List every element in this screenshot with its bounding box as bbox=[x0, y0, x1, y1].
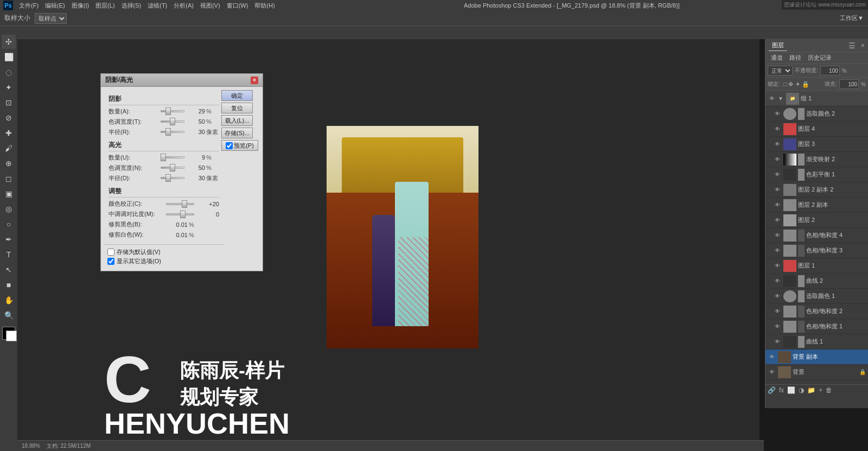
group-expand-icon[interactable]: ▼ bbox=[778, 96, 783, 101]
gradient-tool[interactable]: ▣ bbox=[2, 187, 16, 201]
pen-tool[interactable]: ✒ bbox=[2, 232, 16, 246]
menu-window[interactable]: 窗口(W) bbox=[224, 1, 251, 10]
layer-row-9[interactable]: 👁 色相/饱和度 4 bbox=[765, 228, 868, 243]
lasso-tool[interactable]: ◌ bbox=[2, 65, 16, 79]
layer-row-4[interactable]: 👁 渐变映射 2 bbox=[765, 152, 868, 167]
shadow-amount-slider[interactable] bbox=[161, 107, 184, 116]
hand-tool[interactable]: ✋ bbox=[2, 293, 16, 307]
menu-edit[interactable]: 编辑(E) bbox=[42, 1, 68, 10]
history-tab[interactable]: 历史记录 bbox=[805, 53, 835, 63]
foreground-color[interactable] bbox=[2, 327, 15, 340]
blur-tool[interactable]: ◎ bbox=[2, 202, 16, 216]
layer-row-6[interactable]: 👁 图层 2 副本 2 bbox=[765, 182, 868, 198]
blend-mode-select[interactable]: 正常 bbox=[768, 66, 793, 75]
menu-filter[interactable]: 滤镜(T) bbox=[145, 1, 170, 10]
layer-row-active[interactable]: 👁 背景 副本 bbox=[765, 350, 868, 365]
layer-mask-btn[interactable]: ⬜ bbox=[787, 386, 795, 394]
layer-group-btn[interactable]: 📁 bbox=[807, 386, 815, 394]
highlight-amount-slider[interactable] bbox=[161, 153, 184, 162]
menu-select[interactable]: 选择(S) bbox=[119, 1, 144, 10]
layer-vis-10[interactable]: 👁 bbox=[773, 246, 782, 255]
save-button[interactable]: 存储(S)... bbox=[221, 128, 253, 138]
layer-vis-2[interactable]: 👁 bbox=[773, 125, 782, 134]
eraser-tool[interactable]: ◻ bbox=[2, 171, 16, 186]
reset-button[interactable]: 复位 bbox=[221, 103, 253, 113]
menu-layer[interactable]: 图层(L) bbox=[93, 1, 117, 10]
layer-adj-btn[interactable]: ◑ bbox=[799, 386, 804, 394]
layer-group-1[interactable]: 👁 ▼ 📁 组 1 bbox=[765, 91, 868, 106]
layer-vis-11[interactable]: 👁 bbox=[773, 262, 782, 270]
layer-vis-12[interactable]: 👁 bbox=[773, 277, 782, 285]
menu-help[interactable]: 帮助(H) bbox=[252, 1, 277, 10]
sample-size-select[interactable]: 取样点 bbox=[35, 13, 67, 24]
channels-tab[interactable]: 通道 bbox=[768, 53, 786, 63]
move-tool[interactable]: ✣ bbox=[2, 35, 16, 49]
highlight-radius-slider[interactable] bbox=[161, 174, 184, 182]
layer-vis-active[interactable]: 👁 bbox=[768, 353, 776, 361]
layer-new-btn[interactable]: + bbox=[819, 386, 822, 394]
layer-fx-btn[interactable]: fx bbox=[779, 386, 784, 394]
preview-row[interactable]: 预览(P) bbox=[221, 140, 258, 151]
panel-menu-btn[interactable]: ☰ bbox=[848, 41, 856, 50]
panel-close-btn[interactable]: × bbox=[861, 42, 865, 49]
layer-vis-4[interactable]: 👁 bbox=[773, 155, 782, 164]
color-correct-slider[interactable] bbox=[166, 203, 194, 205]
layer-row-12[interactable]: 👁 曲线 2 bbox=[765, 274, 868, 289]
workspace-btn[interactable]: 工作区▼ bbox=[840, 14, 864, 22]
menu-image[interactable]: 图像(I) bbox=[69, 1, 92, 10]
zoom-tool[interactable]: 🔍 bbox=[2, 308, 16, 322]
dialog-close-button[interactable]: × bbox=[251, 77, 258, 84]
layers-tab[interactable]: 图层 bbox=[769, 40, 787, 51]
layer-vis-16[interactable]: 👁 bbox=[773, 338, 782, 346]
path-select-tool[interactable]: ↖ bbox=[2, 263, 16, 277]
layer-vis-5[interactable]: 👁 bbox=[773, 170, 782, 179]
crop-tool[interactable]: ⊡ bbox=[2, 96, 16, 110]
shape-tool[interactable]: ■ bbox=[2, 278, 16, 292]
healing-tool[interactable]: ✚ bbox=[2, 126, 16, 140]
shadow-radius-slider[interactable] bbox=[161, 128, 184, 136]
layer-vis-bg[interactable]: 👁 bbox=[768, 368, 776, 377]
text-tool[interactable]: T bbox=[2, 247, 16, 262]
clone-tool[interactable]: ⊕ bbox=[2, 156, 16, 170]
magic-wand-tool[interactable]: ✦ bbox=[2, 80, 16, 94]
layer-row-16[interactable]: 👁 曲线 1 bbox=[765, 334, 868, 350]
layer-row-11[interactable]: 👁 图层 1 bbox=[765, 258, 868, 274]
rect-select-tool[interactable]: ⬜ bbox=[2, 50, 16, 64]
paths-tab[interactable]: 路径 bbox=[786, 53, 805, 63]
show-more-checkbox[interactable] bbox=[107, 258, 114, 265]
eyedropper-tool[interactable]: ⊘ bbox=[2, 111, 16, 125]
layer-vis-1[interactable]: 👁 bbox=[773, 110, 782, 118]
dialog-title-bar[interactable]: 阴影/高光 × bbox=[101, 74, 263, 87]
layer-vis-13[interactable]: 👁 bbox=[773, 292, 782, 301]
fill-input[interactable] bbox=[839, 79, 859, 89]
layer-row-2[interactable]: 👁 图层 4 bbox=[765, 122, 868, 137]
layer-vis-group1[interactable]: 👁 bbox=[768, 94, 776, 103]
save-default-checkbox[interactable] bbox=[107, 249, 114, 256]
load-button[interactable]: 载入(L)... bbox=[221, 115, 253, 126]
layer-vis-3[interactable]: 👁 bbox=[773, 140, 782, 149]
menu-analyze[interactable]: 分析(A) bbox=[171, 1, 196, 10]
shadow-tone-slider[interactable] bbox=[161, 117, 184, 126]
menu-view[interactable]: 视图(V) bbox=[197, 1, 223, 10]
layer-vis-7[interactable]: 👁 bbox=[773, 201, 782, 209]
ok-button[interactable]: 确定 bbox=[221, 90, 253, 101]
layer-row-3[interactable]: 👁 图层 3 bbox=[765, 137, 868, 152]
layer-vis-15[interactable]: 👁 bbox=[773, 322, 782, 331]
brush-tool[interactable]: 🖌 bbox=[2, 141, 16, 155]
preview-checkbox[interactable] bbox=[226, 142, 233, 149]
layer-row-1[interactable]: 👁 选取颜色 2 bbox=[765, 106, 868, 122]
layer-row-14[interactable]: 👁 色相/饱和度 2 bbox=[765, 304, 868, 319]
layer-vis-14[interactable]: 👁 bbox=[773, 307, 782, 316]
highlight-tone-slider[interactable] bbox=[161, 163, 184, 172]
opacity-input[interactable] bbox=[820, 66, 840, 75]
layer-row-bg[interactable]: 👁 背景 🔒 bbox=[765, 365, 868, 380]
layer-row-10[interactable]: 👁 色相/饱和度 3 bbox=[765, 243, 868, 258]
layer-row-5[interactable]: 👁 色彩平衡 1 bbox=[765, 167, 868, 182]
layer-vis-6[interactable]: 👁 bbox=[773, 186, 782, 194]
menu-file[interactable]: 文件(F) bbox=[16, 1, 41, 10]
layer-link-btn[interactable]: 🔗 bbox=[768, 386, 776, 394]
layer-row-8[interactable]: 👁 图层 2 bbox=[765, 213, 868, 228]
midtone-contrast-slider[interactable] bbox=[166, 213, 194, 215]
layer-vis-8[interactable]: 👁 bbox=[773, 216, 782, 225]
layer-row-7[interactable]: 👁 图层 2 副本 bbox=[765, 198, 868, 213]
